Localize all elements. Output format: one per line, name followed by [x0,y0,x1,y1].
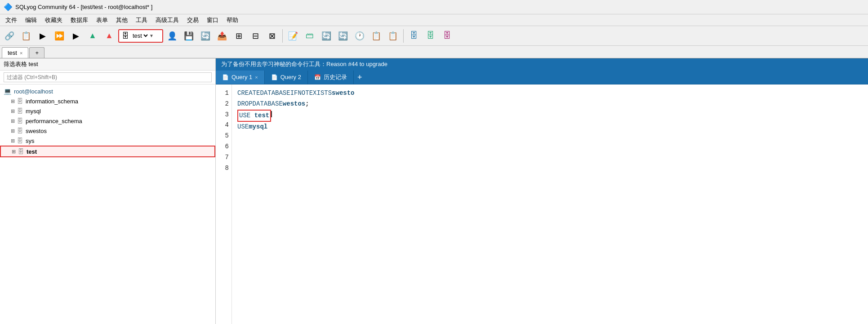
tb-paste[interactable]: 📋 [385,28,401,44]
tb-copy[interactable]: 📋 [369,28,384,44]
tb-new-query[interactable]: 📋 [18,28,34,44]
tb-execute[interactable]: ▶ [35,28,50,44]
tb-export[interactable]: 📤 [214,28,230,44]
code-editor[interactable]: CREATE DATABASE IF NOT EXISTS swestoDROP… [232,84,868,324]
line-num-2: 2 [216,99,229,110]
tree-item-label: performance_schema [26,118,82,124]
db-selector[interactable]: 🗄 test ▼ [118,29,163,43]
tb-data3[interactable]: 🗄 [440,28,455,44]
code-line-7: USE mysql [237,122,863,133]
tab-icon-q2: 📄 [271,74,278,80]
line-num-5: 5 [216,131,229,142]
menu-item-帮助[interactable]: 帮助 [223,15,242,25]
query-tab-q1[interactable]: 📄Query 1× [216,71,265,84]
db-icon: 🗄 [17,98,23,105]
root-icon: 💻 [4,88,11,95]
menu-item-文件[interactable]: 文件 [2,15,21,25]
tree-root-label: root@localhost [14,88,53,95]
tb-restore[interactable]: 🔄 [198,28,213,44]
tree-item-label: sys [26,138,35,144]
query-tab-label-hist: 历史记录 [324,73,347,81]
tb-sync2[interactable]: 🔄 [335,28,351,44]
code-line-5: USE test [237,110,863,122]
tb-new-connection[interactable]: 🔗 [2,28,17,44]
menu-item-表单[interactable]: 表单 [93,15,111,25]
menu-item-交易[interactable]: 交易 [183,15,202,25]
expand-icon: ⊞ [11,138,15,144]
main-tab-test[interactable]: test × [2,47,28,58]
menu-item-数据库[interactable]: 数据库 [67,15,92,25]
right-panel: 为了备份不用去学习神秘的命令行工具：Reason #44 to upgrade … [216,58,868,324]
query-tabs: 📄Query 1×📄Query 2📅历史记录 + [216,70,868,84]
tb-query-editor[interactable]: 📝 [285,28,301,44]
add-query-tab[interactable]: + [354,73,366,81]
left-panel: 筛选表格 test 💻 root@localhost ⊞🗄information… [0,58,216,324]
tb-clock[interactable]: 🕐 [352,28,367,44]
filter-header: 筛选表格 test [0,58,215,71]
expand-icon: ⊞ [11,98,15,104]
tb-db-manager[interactable]: 🗃 [302,28,317,44]
tree-item-label: mysql [26,108,41,115]
tb-table[interactable]: ⊟ [248,28,263,44]
tree-item-mysql[interactable]: ⊞🗄mysql [0,106,215,116]
tb-user[interactable]: 👤 [165,28,180,44]
titlebar: 🔷 SQLyog Community 64 - [test/test - roo… [0,0,868,14]
tree-root[interactable]: 💻 root@localhost [0,86,215,96]
tb-refresh[interactable]: 🔄 [319,28,334,44]
db-icon: 🗄 [18,148,24,155]
expand-icon: ⊞ [11,118,15,124]
tb-sep2 [403,29,404,43]
db-icon: 🗄 [17,137,23,144]
tree-item-swestos[interactable]: ⊞🗄swestos [0,126,215,136]
code-line-3: DROP DATABASE westos; [237,99,863,110]
tree-area: 💻 root@localhost ⊞🗄information_schema⊞🗄m… [0,84,215,324]
menu-item-其他[interactable]: 其他 [112,15,131,25]
tree-item-test[interactable]: ⊞🗄test [0,146,215,157]
menu-item-收藏夹[interactable]: 收藏夹 [41,15,66,25]
line-num-1: 1 [216,88,229,99]
app-icon: 🔷 [4,3,13,11]
line-num-4: 4 [216,120,229,131]
tree-item-information_schema[interactable]: ⊞🗄information_schema [0,96,215,106]
tb-data1[interactable]: 🗄 [406,28,422,44]
tree-item-performance_schema[interactable]: ⊞🗄performance_schema [0,116,215,126]
tree-item-label: information_schema [26,98,78,105]
tree-items: ⊞🗄information_schema⊞🗄mysql⊞🗄performance… [0,96,215,157]
line-num-7: 7 [216,152,229,163]
query-tab-list: 📄Query 1×📄Query 2📅历史记录 [216,71,354,84]
line-num-6: 6 [216,142,229,152]
tb-execute-all[interactable]: ▶ [68,28,84,44]
query-tab-q2[interactable]: 📄Query 2 [265,71,308,84]
tb-columns[interactable]: ⊠ [264,28,280,44]
code-line-1: CREATE DATABASE IF NOT EXISTS swesto [237,88,863,99]
menu-item-工具[interactable]: 工具 [132,15,151,25]
tb-stop[interactable]: ⏩ [52,28,67,44]
menubar: 文件编辑收藏夹数据库表单其他工具高级工具交易窗口帮助 [0,14,868,26]
tb-grid[interactable]: ⊞ [231,28,246,44]
main-content: 筛选表格 test 💻 root@localhost ⊞🗄information… [0,58,868,324]
tb-schema-sync[interactable]: ▲ [85,28,100,44]
line-numbers: 12345678 [216,84,232,324]
tb-data-import[interactable]: ▲ [102,28,117,44]
tree-item-sys[interactable]: ⊞🗄sys [0,136,215,146]
tree-item-label: test [27,148,37,155]
tab-close-q1[interactable]: × [255,75,258,80]
tb-data2[interactable]: 🗄 [423,28,438,44]
menu-item-编辑[interactable]: 编辑 [22,15,40,25]
code-area[interactable]: 12345678 CREATE DATABASE IF NOT EXISTS s… [216,84,868,324]
menu-item-高级工具[interactable]: 高级工具 [152,15,183,25]
tb-sep1 [282,29,283,43]
expand-icon: ⊞ [11,108,15,114]
main-tab-close[interactable]: × [20,50,22,56]
filter-input[interactable] [4,72,212,82]
query-tab-label-q1: Query 1 [231,74,252,80]
filter-input-row [0,71,215,84]
db-select[interactable]: test [131,32,149,40]
db-icon: 🗄 [17,117,23,124]
expand-icon: ⊞ [12,149,16,155]
query-tab-hist[interactable]: 📅历史记录 [308,71,354,84]
expand-icon: ⊞ [11,128,15,134]
tb-backup[interactable]: 💾 [181,28,196,44]
main-tab-add[interactable]: + [29,47,45,58]
menu-item-窗口[interactable]: 窗口 [203,15,222,25]
